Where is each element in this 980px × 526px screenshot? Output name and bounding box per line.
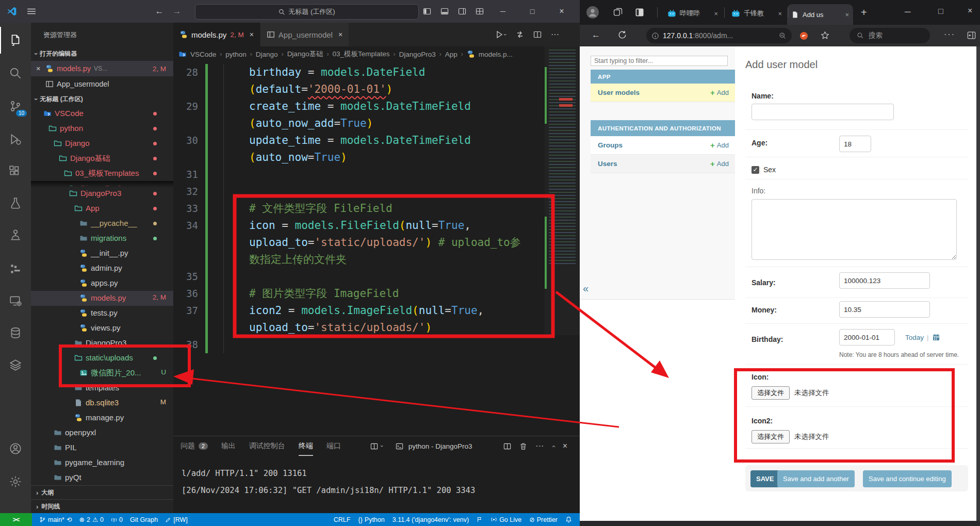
- breadcrumb-item[interactable]: Django基础: [287, 50, 323, 59]
- browser-tab[interactable]: 哔哩哔×: [663, 5, 722, 22]
- close-editor-icon[interactable]: ×: [36, 64, 42, 73]
- breadcrumb-item[interactable]: Django: [256, 51, 278, 58]
- save-button[interactable]: SAVE: [750, 470, 779, 487]
- settings-gear-icon[interactable]: [0, 468, 31, 495]
- tree-item[interactable]: App: [31, 201, 173, 216]
- tree-item[interactable]: views.py: [31, 321, 173, 336]
- editor-more-icon[interactable]: ···: [551, 30, 559, 39]
- nav-forward-icon[interactable]: →: [168, 0, 186, 23]
- tree-item[interactable]: pygame_learning: [31, 455, 173, 470]
- customize-layout-icon[interactable]: [471, 0, 488, 23]
- rw-item[interactable]: [RW]: [165, 516, 188, 523]
- code-line[interactable]: 37icon2 = models.ImageField(null=True,: [173, 302, 545, 319]
- browser-tab[interactable]: 千锋教×: [727, 5, 786, 22]
- remote-indicator[interactable]: ><: [0, 513, 32, 526]
- admin-model-link[interactable]: User models: [598, 89, 640, 96]
- tree-item[interactable]: DjangoPro2: [31, 181, 173, 186]
- text-input[interactable]: [839, 329, 895, 346]
- text-input[interactable]: [752, 104, 894, 120]
- workspace-search-box[interactable]: 无标题 (工作区): [195, 4, 419, 20]
- toggle-secondary-sidebar-icon[interactable]: [454, 0, 470, 23]
- panel-more-icon[interactable]: ···: [535, 441, 544, 451]
- browser-search-box[interactable]: 搜索: [850, 28, 930, 43]
- editor-tab[interactable]: models.py2, M×: [173, 23, 260, 46]
- breadcrumb[interactable]: VSCode›python›Django›Django基础›03_模板Templ…: [178, 46, 540, 62]
- ports-item[interactable]: 0: [111, 516, 123, 523]
- tree-item[interactable]: admin.py: [31, 261, 173, 276]
- prettier-item[interactable]: ⊘ Prettier: [529, 516, 558, 523]
- project-manager-icon[interactable]: [0, 256, 31, 283]
- interpreter-item[interactable]: 3.11.4 ('django4env': venv): [393, 516, 469, 523]
- browser-maximize-icon[interactable]: □: [938, 7, 943, 16]
- open-editor-item[interactable]: ×models.pyVS...2, M: [31, 61, 173, 76]
- nav-back-icon[interactable]: ←: [151, 0, 168, 23]
- terminal-profile-chevron-icon[interactable]: ›: [379, 445, 385, 447]
- breadcrumb-item[interactable]: models.p...: [479, 51, 513, 58]
- source-control-icon[interactable]: 10: [0, 93, 31, 120]
- zoom-out-icon[interactable]: [779, 32, 787, 40]
- code-line[interactable]: 35: [173, 268, 545, 285]
- tree-item[interactable]: Django: [31, 136, 173, 151]
- sex-checkbox[interactable]: ✓: [752, 166, 759, 174]
- tree-item[interactable]: manage.py: [31, 410, 173, 425]
- code-line[interactable]: 36# 图片类型字段 ImageField: [173, 285, 545, 302]
- extension-swirl-icon[interactable]: [799, 31, 809, 41]
- search-icon[interactable]: [0, 60, 31, 87]
- tree-item[interactable]: 03_模板Templates: [31, 166, 173, 181]
- calendar-icon[interactable]: [932, 333, 940, 341]
- code-line[interactable]: 28birthday = models.DateField: [173, 64, 545, 81]
- language-item[interactable]: {} Python: [358, 516, 384, 523]
- tree-item[interactable]: Django基础: [31, 151, 173, 166]
- choose-file-button[interactable]: 选择文件: [752, 386, 790, 400]
- tree-item[interactable]: migrations: [31, 231, 173, 246]
- account-icon[interactable]: [0, 435, 31, 462]
- tree-item[interactable]: db.sqlite3M: [31, 396, 173, 410]
- git-branch-item[interactable]: main* ⟲: [39, 516, 72, 523]
- workspaces-icon[interactable]: [613, 7, 623, 18]
- panel-tab[interactable]: 问题2: [181, 436, 208, 456]
- code-line[interactable]: 31: [173, 166, 545, 183]
- terminal-output[interactable]: l/add/ HTTP/1.1" 200 13161[26/Nov/2024 1…: [182, 465, 475, 499]
- flag-icon[interactable]: [477, 516, 483, 523]
- tree-item[interactable]: DjangoPro3: [31, 186, 173, 201]
- nav-collapse-toggle[interactable]: «: [583, 283, 589, 294]
- eol-item[interactable]: CRLF: [334, 516, 351, 523]
- open-editors-section[interactable]: ›打开的编辑器: [31, 46, 173, 61]
- testing-icon[interactable]: [0, 190, 31, 217]
- admin-model-link[interactable]: Users: [598, 160, 617, 168]
- breadcrumb-item[interactable]: DjangoPro3: [399, 51, 435, 58]
- browser-tab[interactable]: Add us×: [787, 4, 853, 25]
- panel-tab[interactable]: 终端: [299, 436, 313, 456]
- text-input[interactable]: [839, 301, 930, 318]
- run-debug-icon[interactable]: [0, 126, 31, 153]
- open-editor-item[interactable]: App_usermodel: [31, 76, 173, 92]
- menu-hamburger-icon[interactable]: [23, 0, 40, 23]
- today-shortcut[interactable]: Today|: [905, 333, 940, 341]
- code-line[interactable]: 34icon = models.FileField(null=True,: [173, 217, 545, 234]
- split-terminal-icon[interactable]: [503, 442, 511, 450]
- minimap[interactable]: [545, 46, 580, 335]
- admin-add-link[interactable]: +Add: [710, 159, 729, 168]
- outline-section[interactable]: ›大纲: [31, 485, 173, 499]
- admin-module-caption[interactable]: AUTHENTICATION AND AUTHORIZATION: [591, 120, 735, 136]
- code-line[interactable]: 32: [173, 183, 545, 200]
- toggle-panel-icon[interactable]: [436, 0, 453, 23]
- close-panel-icon[interactable]: ×: [563, 441, 567, 451]
- profile-avatar[interactable]: [586, 6, 599, 19]
- remote-explorer-icon[interactable]: [0, 288, 31, 315]
- split-editor-icon[interactable]: [533, 30, 542, 39]
- sidebar-panel-icon[interactable]: [967, 30, 976, 40]
- tree-item[interactable]: apps.py: [31, 276, 173, 291]
- git-graph-item[interactable]: Git Graph: [130, 516, 158, 523]
- browser-back-icon[interactable]: ←: [592, 30, 600, 40]
- database-icon[interactable]: [0, 320, 31, 347]
- maximize-panel-icon[interactable]: ›: [549, 445, 557, 447]
- problems-item[interactable]: ⊗ 2 ⚠ 0: [79, 516, 104, 523]
- code-line[interactable]: 30update_time = models.DateTimeField: [173, 132, 545, 149]
- favorite-star-icon[interactable]: [820, 30, 830, 40]
- code-line[interactable]: 数指定上传的文件夹: [173, 251, 545, 268]
- breadcrumb-item[interactable]: App: [445, 51, 458, 58]
- address-bar[interactable]: 127.0.0.1:8000/adm...: [646, 28, 792, 43]
- tree-item[interactable]: openpyxl: [31, 425, 173, 440]
- browser-minimize-icon[interactable]: ─: [905, 7, 910, 17]
